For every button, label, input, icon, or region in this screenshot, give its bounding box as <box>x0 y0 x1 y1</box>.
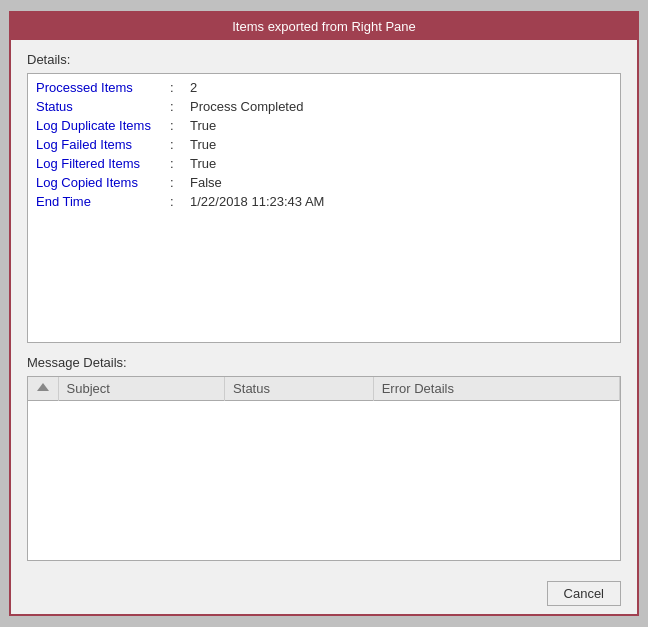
detail-colon: : <box>170 194 180 209</box>
sort-col-header <box>28 377 58 401</box>
detail-value: Process Completed <box>190 99 303 114</box>
detail-row: Log Failed Items:True <box>36 137 612 152</box>
detail-value: True <box>190 118 216 133</box>
message-details-section: Message Details: Subject Status Error De… <box>27 355 621 561</box>
message-table-header: Subject Status Error Details <box>28 377 620 401</box>
detail-value: False <box>190 175 222 190</box>
detail-key: Log Duplicate Items <box>36 118 166 133</box>
detail-colon: : <box>170 80 180 95</box>
error-details-col-header[interactable]: Error Details <box>373 377 619 401</box>
details-box: Processed Items:2Status:Process Complete… <box>27 73 621 343</box>
detail-row: Processed Items:2 <box>36 80 612 95</box>
message-table-container: Subject Status Error Details <box>27 376 621 561</box>
message-details-label: Message Details: <box>27 355 621 370</box>
detail-value: 1/22/2018 11:23:43 AM <box>190 194 324 209</box>
detail-key: Processed Items <box>36 80 166 95</box>
detail-row: Log Copied Items:False <box>36 175 612 190</box>
detail-key: Log Failed Items <box>36 137 166 152</box>
details-label: Details: <box>27 52 621 67</box>
detail-row: Log Duplicate Items:True <box>36 118 612 133</box>
detail-row: Status:Process Completed <box>36 99 612 114</box>
detail-colon: : <box>170 137 180 152</box>
dialog: Items exported from Right Pane Details: … <box>9 11 639 616</box>
cancel-button[interactable]: Cancel <box>547 581 621 606</box>
message-table-header-row: Subject Status Error Details <box>28 377 620 401</box>
detail-row: End Time:1/22/2018 11:23:43 AM <box>36 194 612 209</box>
dialog-body: Details: Processed Items:2Status:Process… <box>11 40 637 573</box>
sort-icon <box>37 381 49 393</box>
detail-row: Log Filtered Items:True <box>36 156 612 171</box>
detail-value: True <box>190 156 216 171</box>
detail-key: Log Filtered Items <box>36 156 166 171</box>
message-table: Subject Status Error Details <box>28 377 620 401</box>
detail-key: Status <box>36 99 166 114</box>
detail-colon: : <box>170 156 180 171</box>
details-content[interactable]: Processed Items:2Status:Process Complete… <box>28 74 620 342</box>
dialog-footer: Cancel <box>11 573 637 614</box>
detail-value: 2 <box>190 80 197 95</box>
detail-key: Log Copied Items <box>36 175 166 190</box>
detail-key: End Time <box>36 194 166 209</box>
dialog-title: Items exported from Right Pane <box>11 13 637 40</box>
detail-colon: : <box>170 118 180 133</box>
detail-colon: : <box>170 175 180 190</box>
detail-value: True <box>190 137 216 152</box>
detail-colon: : <box>170 99 180 114</box>
subject-col-header[interactable]: Subject <box>58 377 225 401</box>
status-col-header[interactable]: Status <box>225 377 374 401</box>
